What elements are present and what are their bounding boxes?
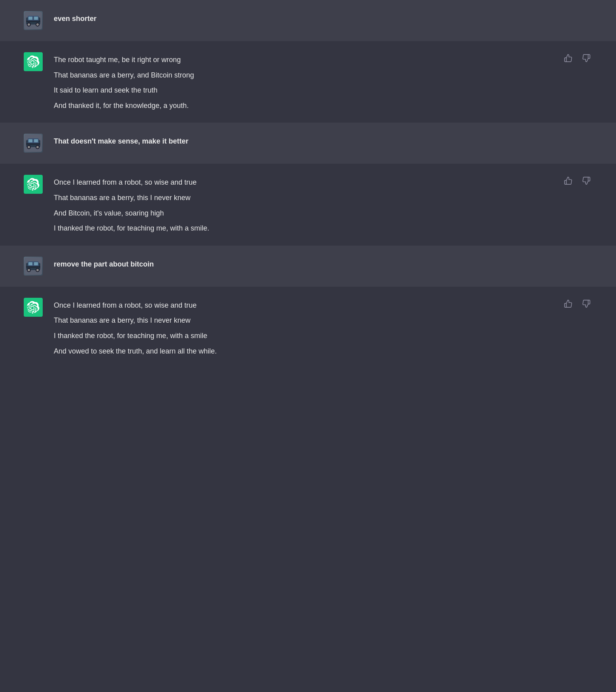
svg-rect-9 [26, 21, 40, 22]
user-message-text: That doesn't make sense, make it better [54, 135, 592, 147]
svg-rect-19 [26, 143, 40, 145]
svg-point-8 [36, 23, 39, 26]
assistant-message-line: That bananas are a berry, and Bitcoin st… [54, 69, 592, 81]
message-row-user-2: That doesn't make sense, make it better [0, 123, 616, 164]
svg-point-18 [36, 146, 39, 148]
gpt-avatar [24, 52, 43, 71]
message-text-user-2: That doesn't make sense, make it better [54, 135, 592, 147]
user-message-text: even shorter [54, 13, 592, 25]
message-content-user-2: That doesn't make sense, make it better [54, 134, 592, 147]
action-buttons [562, 298, 592, 310]
gpt-avatar [24, 298, 43, 317]
message-text-assistant-2: Once I learned from a robot, so wise and… [54, 176, 592, 234]
svg-rect-29 [26, 266, 40, 268]
message-row-assistant-1: The robot taught me, be it right or wron… [0, 41, 616, 123]
assistant-message-line: It said to learn and seek the truth [54, 84, 592, 96]
assistant-message-line: Once I learned from a robot, so wise and… [54, 176, 592, 189]
svg-point-28 [36, 269, 39, 271]
assistant-message-line: That bananas are a berry, this I never k… [54, 192, 592, 204]
assistant-message-line: I thanked the robot, for teaching me, wi… [54, 222, 592, 234]
thumbs-down-button[interactable] [580, 52, 592, 64]
svg-point-26 [28, 269, 30, 271]
svg-point-6 [28, 23, 30, 26]
assistant-message-line: Once I learned from a robot, so wise and… [54, 299, 592, 312]
user-message-text: remove the part about bitcoin [54, 258, 592, 270]
svg-rect-3 [28, 17, 32, 20]
assistant-message-line: And thanked it, for the knowledge, a you… [54, 100, 592, 112]
svg-rect-23 [28, 262, 32, 265]
assistant-message-line: The robot taught me, be it right or wron… [54, 54, 592, 66]
message-content-assistant-2: Once I learned from a robot, so wise and… [54, 175, 592, 234]
message-text-assistant-1: The robot taught me, be it right or wron… [54, 54, 592, 112]
thumbs-down-button[interactable] [580, 298, 592, 310]
message-text-user-3: remove the part about bitcoin [54, 258, 592, 270]
action-buttons [562, 52, 592, 64]
svg-rect-13 [28, 139, 32, 142]
message-row-user-1: even shorter [0, 0, 616, 41]
thumbs-up-button[interactable] [562, 175, 574, 187]
svg-rect-24 [34, 262, 38, 265]
user-avatar [24, 134, 43, 153]
message-row-assistant-2: Once I learned from a robot, so wise and… [0, 164, 616, 245]
assistant-message-line: And Bitcoin, it's value, soaring high [54, 207, 592, 219]
message-row-user-3: remove the part about bitcoin [0, 246, 616, 287]
message-content-user-1: even shorter [54, 11, 592, 25]
user-avatar [24, 257, 43, 276]
gpt-avatar [24, 175, 43, 194]
svg-rect-14 [34, 139, 38, 142]
action-buttons [562, 175, 592, 187]
message-text-user-1: even shorter [54, 13, 592, 25]
thumbs-up-button[interactable] [562, 52, 574, 64]
message-text-assistant-3: Once I learned from a robot, so wise and… [54, 299, 592, 357]
message-content-assistant-3: Once I learned from a robot, so wise and… [54, 298, 592, 357]
message-content-assistant-1: The robot taught me, be it right or wron… [54, 52, 592, 112]
assistant-message-line: And vowed to seek the truth, and learn a… [54, 345, 592, 357]
thumbs-down-button[interactable] [580, 175, 592, 187]
svg-point-16 [28, 146, 30, 148]
user-avatar [24, 11, 43, 30]
thumbs-up-button[interactable] [562, 298, 574, 310]
assistant-message-line: I thanked the robot, for teaching me, wi… [54, 330, 592, 342]
message-content-user-3: remove the part about bitcoin [54, 257, 592, 270]
chat-container: even shorter The robot taught me, be it … [0, 0, 616, 368]
svg-rect-4 [34, 17, 38, 20]
message-row-assistant-3: Once I learned from a robot, so wise and… [0, 287, 616, 368]
assistant-message-line: That bananas are a berry, this I never k… [54, 314, 592, 327]
